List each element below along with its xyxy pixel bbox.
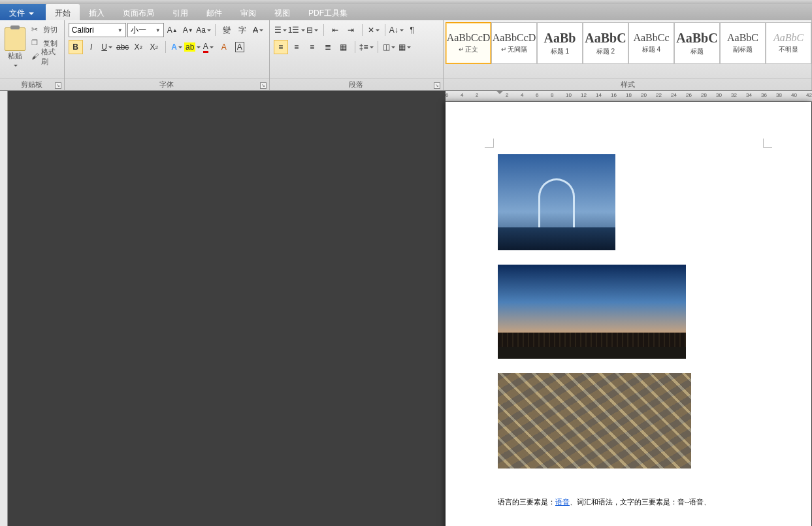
clear-formatting-button[interactable]: A̶	[251, 23, 265, 37]
copy-icon	[31, 39, 41, 48]
workspace: 6422468101214161820222426283032343638404…	[0, 91, 812, 526]
align-right-button[interactable]: ≡	[305, 40, 319, 54]
justify-button[interactable]: ≣	[321, 40, 335, 54]
ruler-tick: 16	[611, 92, 617, 98]
inline-image-1[interactable]	[498, 154, 615, 250]
style-label: 标题 4	[642, 45, 660, 54]
text-effect-button[interactable]: A	[170, 40, 184, 54]
font-name-combo[interactable]: Calibri▼	[69, 23, 126, 37]
ruler-tick: 34	[746, 92, 752, 98]
shrink-font-button[interactable]: A▼	[181, 23, 195, 37]
distribute-button[interactable]: ▦	[336, 40, 351, 54]
group-label-clipboard: 剪贴板	[21, 80, 42, 90]
format-painter-icon	[31, 52, 39, 61]
font-color-button[interactable]: A	[201, 40, 216, 54]
style-preview: AaBbCc	[633, 32, 669, 44]
separator	[323, 24, 324, 36]
character-border-button[interactable]: A	[233, 40, 247, 54]
underline-button[interactable]: U	[100, 40, 114, 54]
bold-button[interactable]: B	[69, 40, 83, 54]
document-page[interactable]: 语言的三要素是：语音、词汇和语法，文字的三要素是：音--语音、	[446, 102, 811, 526]
style-card[interactable]: AaBbC标题	[674, 22, 720, 64]
document-text[interactable]: 语言的三要素是：语音、词汇和语法，文字的三要素是：音--语音、	[498, 497, 759, 507]
document-area: 6422468101214161820222426283032343638404…	[8, 91, 812, 526]
tab-file[interactable]: 文件	[0, 4, 46, 20]
enclose-characters-button[interactable]: 字	[235, 23, 250, 37]
group-paragraph: ☰ 1☰ ⊟ ⇤ ⇥ ✕ A↓ ¶ ≡ ≡ ≡ ≣ ▦	[270, 20, 444, 90]
paste-button[interactable]: 粘贴	[4, 23, 27, 73]
tab-review[interactable]: 审阅	[231, 4, 265, 20]
style-label: 不明显	[779, 45, 798, 54]
style-card[interactable]: AaBbCcD↵ 无间隔	[491, 22, 537, 64]
tab-mailings[interactable]: 邮件	[197, 4, 231, 20]
ruler-tick: 36	[761, 92, 767, 98]
font-size-combo[interactable]: 小一▼	[127, 23, 164, 37]
ruler-tick: 4	[461, 92, 463, 98]
asian-layout-button[interactable]: ✕	[366, 23, 381, 37]
grow-font-button[interactable]: A▲	[165, 23, 180, 37]
chevron-down-icon: ▼	[118, 27, 123, 33]
subscript-button[interactable]: X2	[131, 40, 146, 54]
borders-button[interactable]: ▦	[398, 40, 412, 54]
ruler-tick: 18	[626, 92, 632, 98]
group-label-paragraph: 段落	[349, 80, 363, 90]
hyperlink[interactable]: 语音	[555, 498, 570, 506]
horizontal-ruler[interactable]: 6422468101214161820222426283032343638404…	[446, 91, 812, 102]
style-preview: AaBbC	[676, 31, 717, 46]
numbering-button[interactable]: 1☰	[289, 23, 304, 37]
inline-image-3[interactable]	[498, 373, 691, 468]
chevron-down-icon: ▼	[155, 27, 161, 33]
tab-view[interactable]: 视图	[265, 4, 299, 20]
ruler-tick: 6	[536, 92, 538, 98]
separator	[355, 41, 355, 53]
strikethrough-button[interactable]: abc	[116, 40, 130, 54]
ribbon: 粘贴 剪切 复制 格式刷 剪贴板↘ Calibri▼ 小一▼ A▲ A▼ Aa	[0, 20, 812, 91]
inline-image-2[interactable]	[498, 265, 686, 359]
tab-home[interactable]: 开始	[46, 4, 80, 20]
tab-pdf-tools[interactable]: PDF工具集	[299, 4, 357, 20]
indent-marker[interactable]	[496, 91, 503, 97]
multilevel-list-button[interactable]: ⊟	[305, 23, 319, 37]
clipboard-launcher[interactable]: ↘	[55, 82, 61, 89]
cut-button[interactable]: 剪切	[29, 23, 60, 36]
shading-button[interactable]: ◫	[382, 40, 397, 54]
line-spacing-button[interactable]: ‡≡	[359, 40, 374, 54]
style-card[interactable]: AaBbCcD↵ 正文	[446, 22, 491, 64]
format-painter-button[interactable]: 格式刷	[29, 50, 60, 63]
show-hide-button[interactable]: ¶	[405, 23, 419, 37]
tab-page-layout[interactable]: 页面布局	[114, 4, 163, 20]
tab-references[interactable]: 引用	[163, 4, 197, 20]
align-center-button[interactable]: ≡	[289, 40, 304, 54]
style-label: ↵ 无间隔	[501, 45, 528, 54]
style-card[interactable]: AaBbCc标题 4	[628, 22, 674, 64]
font-launcher[interactable]: ↘	[260, 82, 267, 89]
increase-indent-button[interactable]: ⇥	[344, 23, 358, 37]
phonetic-guide-button[interactable]: 變	[219, 23, 234, 37]
ruler-tick: 26	[686, 92, 692, 98]
decrease-indent-button[interactable]: ⇤	[328, 23, 342, 37]
superscript-button[interactable]: X2	[147, 40, 161, 54]
style-preview: AaBbC	[727, 32, 758, 44]
style-card[interactable]: AaBbC不明显	[766, 22, 811, 64]
ruler-tick: 20	[641, 92, 647, 98]
paragraph-launcher[interactable]: ↘	[434, 82, 440, 89]
group-label-styles: 样式	[621, 80, 635, 90]
change-case-button[interactable]: Aa	[197, 23, 211, 37]
italic-button[interactable]: I	[84, 40, 99, 54]
style-card[interactable]: AaBb标题 1	[537, 22, 583, 64]
highlight-button[interactable]: ab	[186, 40, 200, 54]
align-left-button[interactable]: ≡	[274, 40, 288, 54]
style-preview: AaBbC	[773, 32, 804, 44]
navigation-pane-collapsed[interactable]	[0, 91, 8, 526]
sort-button[interactable]: A↓	[389, 23, 404, 37]
character-shading-button[interactable]: A	[217, 40, 231, 54]
ruler-tick: 2	[476, 92, 478, 98]
style-card[interactable]: AaBbC标题 2	[583, 22, 628, 64]
tab-insert[interactable]: 插入	[80, 4, 114, 20]
ruler-tick: 42	[806, 92, 812, 98]
group-styles: AaBbCcD↵ 正文AaBbCcD↵ 无间隔AaBb标题 1AaBbC标题 2…	[444, 20, 812, 90]
bullets-button[interactable]: ☰	[274, 23, 288, 37]
style-preview: AaBbCcD	[447, 32, 491, 44]
separator	[378, 41, 378, 53]
style-card[interactable]: AaBbC副标题	[720, 22, 766, 64]
